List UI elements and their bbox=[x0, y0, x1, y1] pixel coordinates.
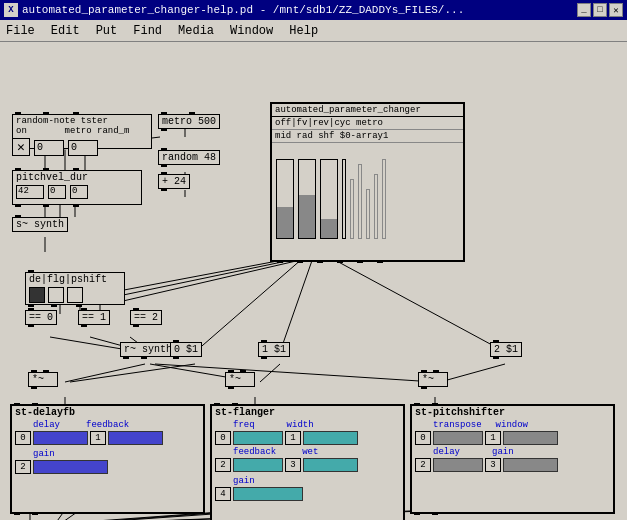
freq-label: freq bbox=[233, 420, 255, 430]
eq0-inlet bbox=[28, 308, 34, 311]
svg-line-23 bbox=[440, 364, 505, 382]
fb2-slider[interactable] bbox=[233, 458, 283, 472]
window-label: window bbox=[496, 420, 528, 430]
wet-slider[interactable] bbox=[303, 458, 358, 472]
minimize-button[interactable]: _ bbox=[577, 3, 591, 17]
m3-outlet bbox=[421, 386, 427, 389]
transpose-slider[interactable] bbox=[433, 431, 483, 445]
dfp-inlet bbox=[28, 270, 34, 273]
menu-put[interactable]: Put bbox=[94, 24, 120, 38]
ps-num1[interactable]: 1 bbox=[485, 431, 501, 445]
multiply3-label: *~ bbox=[422, 374, 444, 385]
st-flanger-title: st-flanger bbox=[212, 406, 403, 419]
inlet-2 bbox=[43, 112, 49, 115]
fg-slider[interactable] bbox=[233, 487, 303, 501]
de-toggle[interactable] bbox=[29, 287, 45, 303]
width-slider[interactable] bbox=[303, 431, 358, 445]
toggle-on[interactable]: ✕ bbox=[12, 138, 30, 156]
menu-edit[interactable]: Edit bbox=[49, 24, 82, 38]
ps-delay-label: delay bbox=[433, 447, 460, 457]
svg-line-18 bbox=[65, 364, 145, 382]
eq1-box: == 1 bbox=[78, 310, 110, 325]
one-dollar1-label: 1 $1 bbox=[262, 344, 286, 355]
svg-line-21 bbox=[70, 364, 195, 382]
multiply1-label: *~ bbox=[32, 374, 54, 385]
freq-slider[interactable] bbox=[233, 431, 283, 445]
eq0-label: == 0 bbox=[29, 312, 53, 323]
plus-24-label: + 24 bbox=[162, 176, 186, 187]
m1-inlet-1 bbox=[31, 370, 37, 373]
canvas-area: random-note tster on metro rand_m ✕ 0 0 … bbox=[0, 42, 627, 520]
pitchvel-label: pitchvel_dur bbox=[16, 172, 138, 183]
feedback-slider[interactable] bbox=[108, 431, 163, 445]
rs-outlet-2 bbox=[141, 356, 147, 359]
multiply3-box: *~ bbox=[418, 372, 448, 387]
pv-inlet-3 bbox=[73, 168, 79, 171]
menu-help[interactable]: Help bbox=[287, 24, 320, 38]
fb-num[interactable]: 1 bbox=[90, 431, 106, 445]
random-48-box: random 48 bbox=[158, 150, 220, 165]
m2-outlet bbox=[228, 386, 234, 389]
ps-gain-slider[interactable] bbox=[503, 458, 558, 472]
eq2-box: == 2 bbox=[130, 310, 162, 325]
f-num2[interactable]: 2 bbox=[215, 458, 231, 472]
delay-num[interactable]: 0 bbox=[15, 431, 31, 445]
pv-outlet-3 bbox=[73, 204, 79, 207]
flg-toggle[interactable] bbox=[48, 287, 64, 303]
dfp-outlet-3 bbox=[76, 304, 82, 307]
rs-outlet-1 bbox=[123, 356, 129, 359]
td-outlet bbox=[493, 356, 499, 359]
od-inlet bbox=[261, 340, 267, 343]
eq1-label: == 1 bbox=[82, 312, 106, 323]
s-synth-label: s~ synth bbox=[16, 219, 64, 230]
f-num1[interactable]: 1 bbox=[285, 431, 301, 445]
dfp-outlet-1 bbox=[28, 304, 34, 307]
menu-window[interactable]: Window bbox=[228, 24, 275, 38]
ps-num3[interactable]: 3 bbox=[485, 458, 501, 472]
eq0-box: == 0 bbox=[25, 310, 57, 325]
zero-dollar1-box: 0 $1 bbox=[170, 342, 202, 357]
multiply2-box: *~ bbox=[225, 372, 255, 387]
ps-delay-slider[interactable] bbox=[433, 458, 483, 472]
apc-outlet-4 bbox=[337, 260, 343, 263]
apc-title: automated_parameter_changer bbox=[275, 105, 421, 115]
f-num3[interactable]: 3 bbox=[285, 458, 301, 472]
menu-file[interactable]: File bbox=[4, 24, 37, 38]
m1-inlet-2 bbox=[43, 370, 49, 373]
de-flg-pshift-label: de|flg|pshift bbox=[29, 274, 121, 285]
gain-num[interactable]: 2 bbox=[15, 460, 31, 474]
gain-slider[interactable] bbox=[33, 460, 108, 474]
num-box-2[interactable]: 0 bbox=[68, 140, 98, 156]
close-button[interactable]: ✕ bbox=[609, 3, 623, 17]
pv-outlet-2 bbox=[43, 204, 49, 207]
menu-media[interactable]: Media bbox=[176, 24, 216, 38]
delay-label: delay bbox=[33, 420, 60, 430]
menu-find[interactable]: Find bbox=[131, 24, 164, 38]
width-label: width bbox=[287, 420, 314, 430]
apc-outlet-6 bbox=[377, 260, 383, 263]
st-flanger-panel: st-flanger freq width 0 1 feedback wet 2… bbox=[210, 404, 405, 520]
delay-outlet-2 bbox=[32, 512, 38, 515]
apc-tabs: mid rad shf $0-array1 bbox=[275, 131, 388, 141]
apc-controls: off|fv|rev|cyc metro bbox=[275, 118, 383, 128]
window-icon: X bbox=[4, 3, 18, 17]
delay-inlet-1 bbox=[14, 403, 20, 406]
r-synth-label: r~ synth bbox=[124, 344, 171, 355]
delay-slider[interactable] bbox=[33, 431, 88, 445]
st-pitchshifter-title: st-pitchshifter bbox=[412, 406, 613, 419]
f-num4[interactable]: 4 bbox=[215, 487, 231, 501]
maximize-button[interactable]: □ bbox=[593, 3, 607, 17]
two-dollar1-label: 2 $1 bbox=[494, 344, 518, 355]
transpose-label: transpose bbox=[433, 420, 482, 430]
m3-inlet-1 bbox=[421, 370, 427, 373]
window-slider[interactable] bbox=[503, 431, 558, 445]
eq1-outlet bbox=[81, 324, 87, 327]
metro-inlet-1 bbox=[161, 112, 167, 115]
r-synth-box: r~ synth bbox=[120, 342, 175, 357]
pshift-toggle[interactable] bbox=[67, 287, 83, 303]
title-bar: X automated_parameter_changer-help.pd - … bbox=[0, 0, 627, 20]
f-num0[interactable]: 0 bbox=[215, 431, 231, 445]
ps-num0[interactable]: 0 bbox=[415, 431, 431, 445]
ps-num2[interactable]: 2 bbox=[415, 458, 431, 472]
num-box-1[interactable]: 0 bbox=[34, 140, 64, 156]
